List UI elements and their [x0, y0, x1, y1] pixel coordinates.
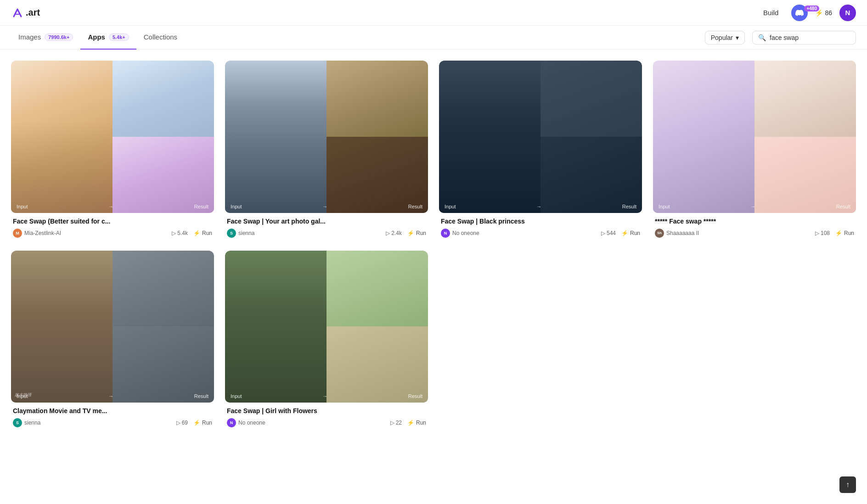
result-image-top: [113, 251, 214, 327]
avatar: M: [13, 229, 22, 238]
run-label: Run: [416, 230, 426, 236]
play-icon: ▷: [601, 230, 605, 236]
card-title: Face Swap | Girl with Flowers: [227, 407, 426, 414]
list-item[interactable]: Input → Result ***** Face swap ***** Sh …: [653, 61, 856, 240]
list-item[interactable]: 故大故强 Input → Result Claymation Movie and…: [11, 251, 214, 430]
card-info: Face Swap (Better suited for c... M Mia-…: [11, 213, 214, 240]
card-author: S sienna: [227, 229, 380, 238]
wand-icon: ⚡: [193, 420, 200, 426]
wand-icon: ⚡: [407, 230, 414, 236]
author-name: No oneone: [238, 420, 265, 426]
notification-button[interactable]: +480 ⚡ 86: [815, 9, 832, 17]
search-box: 🔍: [752, 31, 856, 45]
list-item[interactable]: Input → Result Face Swap (Better suited …: [11, 61, 214, 240]
wand-icon: ⚡: [835, 230, 842, 236]
discord-icon: [795, 9, 804, 17]
result-image-bot: [754, 137, 856, 213]
avatar: N: [441, 229, 450, 238]
build-button[interactable]: Build: [758, 6, 784, 19]
logo[interactable]: .art: [11, 6, 40, 19]
nav-tabs: Images 7990.6k+ Apps 5.4k+ Collections P…: [0, 26, 867, 50]
avatar: S: [13, 418, 22, 427]
author-name: No oneone: [452, 230, 479, 236]
view-count: 2.4k: [391, 230, 402, 236]
input-image: [225, 251, 327, 403]
list-item[interactable]: Input → Result Face Swap | Black princes…: [439, 61, 642, 240]
logo-icon: [11, 6, 24, 19]
play-icon: ▷: [386, 230, 390, 236]
card-views: ▷ 108: [815, 230, 830, 236]
run-button[interactable]: ⚡ Run: [835, 230, 854, 236]
run-label: Run: [416, 420, 426, 426]
card-meta: N No oneone ▷ 22 ⚡ Run: [227, 418, 426, 427]
result-image-top: [540, 61, 642, 137]
card-meta: S sienna ▷ 69 ⚡ Run: [13, 418, 212, 427]
result-image-bot: [540, 137, 642, 213]
card-info: Face Swap | Your art photo gal... S sien…: [225, 213, 428, 240]
card-views: ▷ 69: [176, 420, 188, 426]
avatar: N: [227, 418, 236, 427]
run-button[interactable]: ⚡ Run: [407, 420, 426, 426]
card-author: Sh Shaaaaaaa II: [655, 229, 810, 238]
run-label: Run: [630, 230, 640, 236]
card-author: S sienna: [13, 418, 171, 427]
card-title: Face Swap (Better suited for c...: [13, 218, 212, 225]
author-name: Mia-Zestlink-AI: [24, 230, 61, 236]
card-info: Claymation Movie and TV me... S sienna ▷…: [11, 403, 214, 429]
card-views: ▷ 2.4k: [386, 230, 402, 236]
run-button[interactable]: ⚡ Run: [621, 230, 640, 236]
run-label: Run: [844, 230, 854, 236]
card-meta: Sh Shaaaaaaa II ▷ 108 ⚡ Run: [655, 229, 854, 238]
card-views: ▷ 544: [601, 230, 616, 236]
result-image-bot: [327, 326, 428, 403]
input-image: [11, 61, 113, 213]
input-image: [653, 61, 754, 213]
card-meta: N No oneone ▷ 544 ⚡ Run: [441, 229, 640, 238]
wand-icon: ⚡: [193, 230, 200, 236]
list-item[interactable]: Input → Result Face Swap | Girl with Flo…: [225, 251, 428, 430]
card-image: Input → Result: [11, 61, 214, 213]
result-image-bot: [327, 137, 428, 213]
result-image-top: [327, 251, 428, 327]
card-image: Input → Result: [225, 61, 428, 213]
input-image: 故大故强: [11, 251, 113, 403]
filter-button[interactable]: Popular ▾: [705, 31, 745, 45]
card-meta: S sienna ▷ 2.4k ⚡ Run: [227, 229, 426, 238]
tab-apps[interactable]: Apps 5.4k+: [80, 26, 136, 50]
author-name: sienna: [238, 230, 254, 236]
result-image-mid: [113, 137, 214, 213]
run-button[interactable]: ⚡ Run: [407, 230, 426, 236]
card-title: ***** Face swap *****: [655, 218, 854, 225]
author-name: sienna: [24, 420, 40, 426]
logo-text: .art: [26, 7, 40, 18]
wand-icon: ⚡: [621, 230, 628, 236]
run-button[interactable]: ⚡ Run: [193, 420, 212, 426]
wand-icon: ⚡: [407, 420, 414, 426]
card-title: Claymation Movie and TV me...: [13, 407, 212, 414]
card-image: Input → Result: [653, 61, 856, 213]
filter-label: Popular: [711, 34, 733, 41]
card-author: M Mia-Zestlink-AI: [13, 229, 166, 238]
view-count: 5.4k: [177, 230, 188, 236]
card-title: Face Swap | Black princess: [441, 218, 640, 225]
list-item[interactable]: Input → Result Face Swap | Your art phot…: [225, 61, 428, 240]
card-info: Face Swap | Girl with Flowers N No oneon…: [225, 403, 428, 429]
run-button[interactable]: ⚡ Run: [193, 230, 212, 236]
play-icon: ▷: [172, 230, 176, 236]
card-title: Face Swap | Your art photo gal...: [227, 218, 426, 225]
input-image: [225, 61, 327, 213]
tab-images[interactable]: Images 7990.6k+: [11, 26, 80, 50]
result-image-top: [113, 61, 214, 137]
user-avatar-button[interactable]: N: [839, 5, 856, 21]
card-views: ▷ 5.4k: [172, 230, 188, 236]
view-count: 544: [607, 230, 616, 236]
view-count: 22: [396, 420, 402, 426]
result-image-top: [327, 61, 428, 137]
run-label: Run: [202, 420, 212, 426]
tab-images-label: Images: [18, 33, 41, 41]
input-image: [439, 61, 540, 213]
result-image-top: [754, 61, 856, 137]
tab-collections[interactable]: Collections: [136, 26, 185, 50]
search-input[interactable]: [770, 34, 850, 41]
view-count: 108: [821, 230, 830, 236]
